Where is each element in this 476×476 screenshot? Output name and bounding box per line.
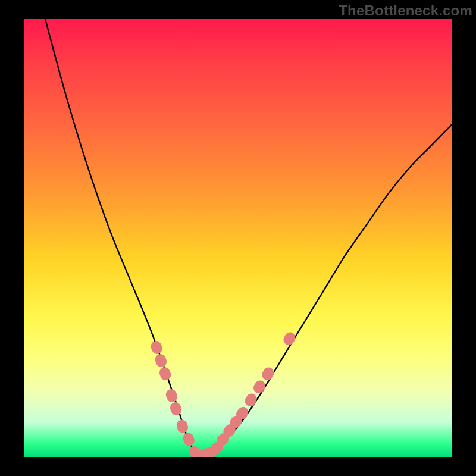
chart-gradient-background — [24, 19, 452, 457]
bottleneck-curve-svg — [24, 19, 452, 457]
curve-marker — [158, 366, 173, 382]
curve-marker — [281, 330, 298, 347]
curve-markers — [149, 330, 298, 457]
watermark-text: TheBottleneck.com — [339, 2, 472, 19]
curve-marker — [154, 353, 168, 369]
curve-marker — [260, 365, 276, 382]
curve-layer — [45, 19, 452, 457]
curve-marker — [175, 418, 190, 434]
curve-marker — [164, 388, 178, 404]
curve-marker — [251, 378, 267, 395]
curve-marker — [243, 392, 259, 408]
bottleneck-curve — [45, 19, 452, 457]
chart-frame: TheBottleneck.com — [0, 0, 476, 476]
curve-marker — [181, 431, 196, 447]
curve-marker — [169, 401, 183, 417]
curve-marker — [149, 340, 164, 356]
